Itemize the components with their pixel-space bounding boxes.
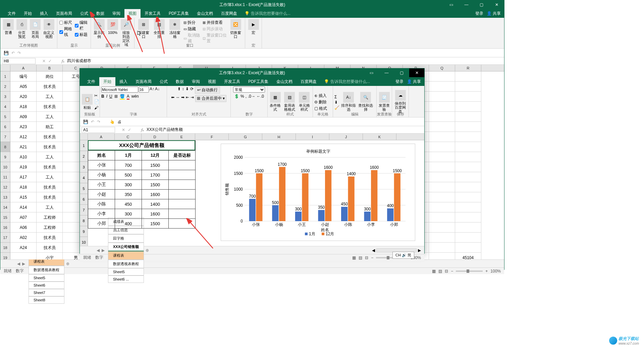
- col-header[interactable]: H: [262, 134, 296, 140]
- sheet-tab[interactable]: Sheet7: [29, 289, 64, 296]
- formula-input[interactable]: 四川省成都市: [67, 58, 91, 64]
- decrease-font-icon[interactable]: A↓: [155, 87, 160, 93]
- tab-nav-first[interactable]: ◀: [97, 248, 100, 253]
- sheet-tab[interactable]: Sheet6: [29, 282, 64, 289]
- menu-view[interactable]: 视图: [204, 77, 220, 86]
- ruler-checkbox[interactable]: 标尺: [59, 20, 73, 26]
- menu-baidu[interactable]: 百度网盘: [297, 77, 321, 86]
- zoom-slider[interactable]: [456, 270, 483, 272]
- col-header[interactable]: D: [142, 134, 168, 140]
- select-all-corner[interactable]: [80, 134, 88, 140]
- fill-color-button[interactable]: 🪣: [120, 94, 125, 100]
- scroll-right-icon[interactable]: ▶: [418, 248, 421, 253]
- close-button[interactable]: ✕: [489, 0, 504, 9]
- print-icon[interactable]: 🖨: [117, 119, 121, 124]
- redo-icon[interactable]: ↷: [17, 51, 21, 55]
- increase-font-icon[interactable]: A↑: [150, 87, 154, 93]
- new-sheet-button[interactable]: ⊕: [66, 261, 69, 266]
- savecloud-button[interactable]: ☁保存到百度网盘: [393, 89, 407, 114]
- border-button[interactable]: ⊞: [114, 94, 118, 100]
- maximize-button[interactable]: ▢: [394, 68, 409, 77]
- formula-input[interactable]: XXX公司产品销售额: [147, 127, 183, 133]
- align-top-icon[interactable]: ⬆: [177, 87, 181, 94]
- align-mid-icon[interactable]: ↕: [182, 87, 184, 94]
- save-icon[interactable]: 💾: [4, 51, 9, 55]
- indent-inc-icon[interactable]: ⇥: [191, 95, 194, 102]
- resetwin-button[interactable]: ⊡ 重设窗口位置: [203, 33, 227, 44]
- minimize-button[interactable]: —: [459, 0, 474, 9]
- name-box[interactable]: [2, 58, 36, 64]
- menu-review[interactable]: 审阅: [188, 77, 204, 86]
- sheet-tab[interactable]: Sheet5: [108, 268, 144, 276]
- split-button[interactable]: ⊟ 拆分: [183, 20, 201, 26]
- invoice-button[interactable]: 🧾发票查验: [378, 91, 390, 112]
- align-left-icon[interactable]: ⬅: [171, 95, 174, 102]
- align-right-icon[interactable]: ➡: [181, 95, 184, 102]
- menu-pdf[interactable]: PDF工具集: [244, 77, 272, 86]
- tableformat-button[interactable]: ▤套用表格格式: [283, 91, 297, 112]
- menu-file[interactable]: 文件: [83, 77, 99, 86]
- menu-home[interactable]: 开始: [99, 77, 115, 86]
- sales-chart[interactable]: 举例标题文字销售额05001000150020007001500小张500170…: [221, 144, 415, 241]
- customview-button[interactable]: 👁自定义视图: [43, 18, 55, 39]
- format-cells-button[interactable]: ▢ 格式: [314, 106, 327, 111]
- ribbon-options-icon[interactable]: ▭: [364, 68, 379, 77]
- macros-button[interactable]: ▶宏: [247, 18, 260, 35]
- dec-decimal-icon[interactable]: ←.0: [257, 94, 264, 99]
- menu-data[interactable]: 数据: [172, 77, 188, 86]
- cellstyles-button[interactable]: ◫单元格样式: [298, 91, 311, 112]
- fill-icon[interactable]: ⬇: [334, 100, 339, 105]
- delete-cells-button[interactable]: ⊖ 删除: [314, 99, 327, 105]
- orientation-icon[interactable]: ⟳: [190, 87, 194, 94]
- tab-nav-last[interactable]: ▶: [22, 261, 25, 266]
- sheet-tab[interactable]: Sheet6 ...: [108, 276, 144, 283]
- menu-jinshan[interactable]: 金山文档: [193, 9, 217, 18]
- pagebreak-button[interactable]: ⎙分页预览: [16, 18, 28, 39]
- menu-devtools[interactable]: 开发工具: [220, 77, 244, 86]
- enter-fx-icon[interactable]: ✓: [48, 59, 52, 63]
- tellme-search[interactable]: 💡告诉我您想要做什么...: [245, 11, 290, 16]
- touch-icon[interactable]: 👆: [110, 119, 115, 124]
- redo-icon[interactable]: ↷: [97, 119, 100, 124]
- tab-nav-first[interactable]: ◀: [17, 261, 20, 266]
- underline-button[interactable]: U: [109, 94, 112, 100]
- find-button[interactable]: 🔍查找和选择: [358, 91, 374, 112]
- menu-layout[interactable]: 页面布局: [131, 77, 156, 86]
- view-pagelayout-icon[interactable]: ▤: [438, 269, 442, 274]
- maximize-button[interactable]: ▢: [474, 0, 489, 9]
- sheet-tab[interactable]: Sheet8: [29, 296, 64, 304]
- name-box[interactable]: [82, 127, 115, 133]
- sort-button[interactable]: A↓排序和筛选: [340, 91, 357, 112]
- tellme-search[interactable]: 💡告诉我您想要做什么...: [324, 79, 370, 85]
- paste-button[interactable]: 📋粘贴: [81, 93, 93, 110]
- sheet-tab[interactable]: 数据透视表教程: [29, 266, 64, 274]
- zoom-out-button[interactable]: −: [451, 269, 453, 274]
- col-header[interactable]: J: [329, 134, 363, 140]
- view-pagebreak-icon[interactable]: ⊟: [445, 269, 448, 274]
- insert-cells-button[interactable]: ⊕ 插入: [314, 93, 327, 99]
- cancel-fx-icon[interactable]: ✕: [122, 128, 125, 132]
- font-size-select[interactable]: [139, 87, 149, 93]
- menu-file[interactable]: 文件: [4, 9, 20, 18]
- minimize-button[interactable]: —: [379, 68, 394, 77]
- indent-dec-icon[interactable]: ⇤: [186, 95, 189, 102]
- font-name-select[interactable]: [101, 87, 138, 93]
- view-pagebreak-icon[interactable]: ⊟: [365, 255, 368, 260]
- col-header[interactable]: E: [168, 134, 195, 140]
- share-button[interactable]: 👤 共享: [487, 11, 501, 16]
- sheet-tab[interactable]: 数据透视表教程: [108, 260, 144, 268]
- col-header[interactable]: A: [88, 134, 115, 140]
- col-header[interactable]: I: [296, 134, 329, 140]
- menu-baidu[interactable]: 百度网盘: [217, 9, 241, 18]
- scroll-left-icon[interactable]: ◀: [372, 248, 375, 253]
- cancel-fx-icon[interactable]: ✕: [42, 59, 46, 63]
- view-pagelayout-icon[interactable]: ▤: [359, 255, 362, 260]
- wrap-text-button[interactable]: ↩ 自动换行: [195, 87, 220, 94]
- undo-icon[interactable]: ↶: [91, 119, 94, 124]
- menu-layout[interactable]: 页面布局: [52, 9, 76, 18]
- gridlines-checkbox[interactable]: 网格线: [59, 26, 73, 38]
- col-header[interactable]: Q: [429, 65, 455, 71]
- login-link[interactable]: 登录: [475, 11, 483, 16]
- percent-icon[interactable]: %: [240, 94, 244, 99]
- condformat-button[interactable]: ▦条件格式: [269, 91, 282, 112]
